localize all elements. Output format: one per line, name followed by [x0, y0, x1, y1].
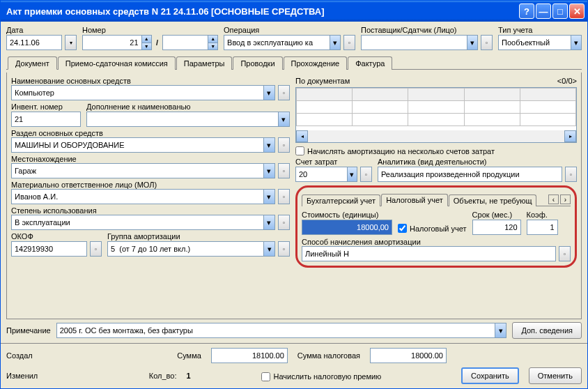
amort-group-lookup[interactable]: ▫ [278, 241, 290, 257]
section-lookup[interactable]: ▫ [278, 137, 290, 153]
tax-premium-label: Начислить налоговую премию [273, 372, 381, 381]
inv-label: Инвент. номер [11, 102, 81, 111]
os-name-dropdown[interactable]: ▾ [263, 86, 274, 100]
qty-value: 1 [186, 372, 207, 380]
os-name-input[interactable] [12, 86, 263, 100]
by-docs-pager: <0/0> [557, 77, 577, 85]
okof-label: ОКОФ [11, 232, 102, 241]
tab-params[interactable]: Параметры [176, 56, 233, 70]
date-label: Дата [6, 26, 77, 34]
minimize-button[interactable]: — [536, 3, 551, 19]
analytics-input[interactable] [378, 167, 562, 181]
mol-dropdown[interactable]: ▾ [263, 190, 274, 204]
sum-input[interactable] [212, 349, 287, 363]
usage-dropdown[interactable]: ▾ [263, 215, 274, 229]
tab-document[interactable]: Документ [8, 56, 57, 70]
operation-input[interactable] [224, 36, 330, 49]
coef-input[interactable] [527, 220, 557, 234]
name-add-dropdown[interactable]: ▾ [278, 112, 289, 126]
supplier-label: Поставщик/Сдатчик (Лицо) [361, 26, 493, 34]
method-lookup[interactable]: ▫ [559, 246, 571, 261]
tab-invoice[interactable]: Фактура [348, 56, 392, 70]
inner-tabs: Бухгалтерский учет Налоговый учет Объект… [302, 193, 571, 206]
name-add-input[interactable] [87, 112, 278, 126]
mol-lookup[interactable]: ▫ [278, 189, 290, 204]
number-sub-stepper[interactable]: ▲▼ [208, 36, 217, 49]
analytics-lookup[interactable]: ▫ [565, 167, 577, 182]
note-input[interactable] [57, 323, 495, 337]
titlebar[interactable]: Акт приемки основных средств N 21 24.11.… [1, 1, 587, 22]
extra-info-button[interactable]: Доп. сведения [512, 322, 582, 339]
operation-dropdown[interactable]: ▾ [330, 36, 340, 49]
supplier-dropdown[interactable]: ▾ [467, 36, 477, 49]
location-input[interactable] [12, 164, 263, 178]
usage-lookup[interactable]: ▫ [278, 215, 290, 230]
tab-nav-right[interactable]: › [560, 194, 571, 204]
analytics-label: Аналитика (вид деятельности) [378, 158, 577, 166]
grid-hscroll[interactable]: ◂▸ [296, 130, 576, 142]
number-input[interactable] [83, 36, 141, 49]
tab-tax[interactable]: Налоговый учет [381, 194, 448, 206]
supplier-lookup[interactable]: ▫ [481, 35, 493, 50]
tax-account-chk-label: Налоговый учет [410, 224, 467, 233]
tab-commission[interactable]: Приемо-сдаточная комиссия [58, 56, 176, 70]
note-dropdown[interactable]: ▾ [495, 323, 506, 337]
location-lookup[interactable]: ▫ [278, 163, 290, 178]
okof-input[interactable] [12, 242, 86, 256]
supplier-input[interactable] [362, 36, 467, 49]
number-sub-input[interactable] [163, 36, 208, 49]
location-dropdown[interactable]: ▾ [263, 164, 274, 178]
tab-flow[interactable]: Прохождение [284, 56, 348, 70]
maximize-button[interactable]: □ [552, 3, 568, 19]
tax-premium-checkbox[interactable] [261, 372, 270, 381]
sum-label: Сумма [177, 351, 201, 360]
help-button[interactable]: ? [519, 3, 534, 19]
cost-label: Стоимость (единицы) [302, 211, 392, 219]
note-label: Примечание [6, 326, 51, 335]
account-type-input[interactable] [499, 36, 571, 49]
term-input[interactable] [473, 220, 520, 234]
os-name-lookup[interactable]: ▫ [278, 85, 290, 100]
cost-input[interactable] [302, 220, 392, 234]
multi-expense-label: Начислять амортизацию на несколько счето… [307, 147, 495, 155]
expense-input[interactable] [296, 167, 347, 181]
okof-lookup[interactable]: ▫ [90, 241, 102, 257]
location-label: Местонахождение [11, 155, 290, 163]
date-input[interactable] [7, 36, 61, 49]
number-stepper[interactable]: ▲▼ [141, 36, 151, 49]
expense-label: Счет затрат [295, 158, 372, 166]
expense-dropdown[interactable]: ▾ [347, 167, 357, 181]
mol-label: Материально ответственное лицо (МОЛ) [11, 181, 290, 189]
method-input[interactable] [302, 247, 555, 261]
section-dropdown[interactable]: ▾ [263, 138, 274, 152]
account-type-dropdown[interactable]: ▾ [571, 36, 581, 49]
name-add-label: Дополнение к наименованью [86, 102, 290, 111]
amort-group-input[interactable] [108, 242, 263, 256]
account-type-label: Тип учета [498, 26, 582, 34]
coef-label: Коэф. [527, 211, 558, 219]
tax-account-checkbox[interactable] [398, 224, 407, 233]
main-tabs: Документ Приемо-сдаточная комиссия Парам… [6, 56, 582, 70]
sum-tax-input[interactable] [371, 349, 446, 363]
usage-input[interactable] [12, 215, 263, 229]
by-docs-label: По документам [295, 77, 350, 85]
multi-expense-checkbox[interactable] [295, 146, 304, 155]
cancel-button[interactable]: Отменить [529, 367, 582, 384]
operation-lookup[interactable]: ▫ [343, 35, 355, 50]
docs-grid[interactable]: ◂▸ [295, 87, 577, 143]
amort-group-dropdown[interactable]: ▾ [263, 242, 274, 256]
tab-not-required[interactable]: Объекты, не требующ [449, 194, 537, 206]
date-picker-button[interactable]: ▾ [65, 35, 77, 50]
operation-label: Операция [224, 26, 355, 34]
close-button[interactable]: ✕ [569, 3, 585, 19]
window-title: Акт приемки основных средств N 21 24.11.… [3, 6, 519, 17]
mol-input[interactable] [12, 190, 263, 204]
inv-input[interactable] [12, 112, 80, 126]
section-input[interactable] [12, 138, 263, 152]
expense-lookup[interactable]: ▫ [360, 167, 372, 182]
save-button[interactable]: Сохранить [461, 367, 519, 384]
os-name-label: Наименование основных средств [11, 77, 290, 85]
tab-entries[interactable]: Проводки [233, 56, 282, 70]
tab-accounting[interactable]: Бухгалтерский учет [302, 194, 380, 206]
tab-nav-left[interactable]: ‹ [548, 194, 559, 204]
